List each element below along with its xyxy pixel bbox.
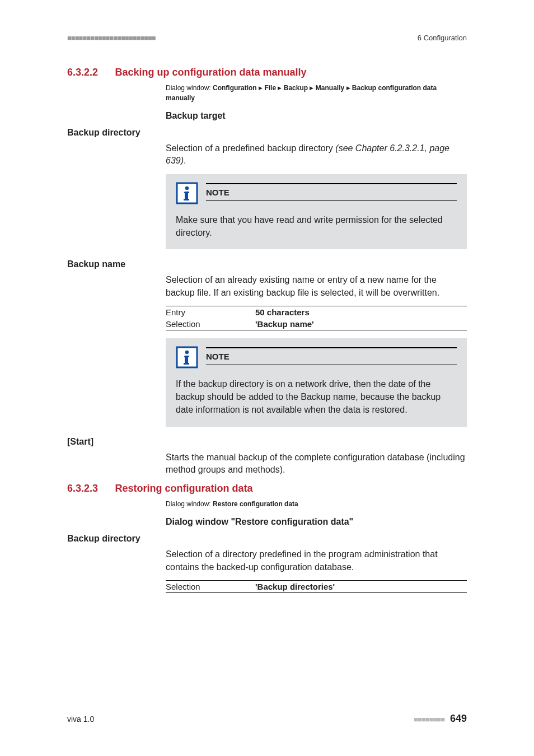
section-heading-6-3-2-2: 6.3.2.2 Backing up configuration data ma… [67,67,467,78]
note-box-2: NOTE If the backup directory is on a net… [166,338,467,427]
field-label-backup-directory-2: Backup directory [67,534,467,544]
note-title: NOTE [206,188,457,197]
table-row: Selection 'Backup directories' [166,581,467,592]
note-title: NOTE [206,352,457,361]
chevron-right-icon: ▶ [278,85,282,91]
page-header: ■■■■■■■■■■■■■■■■■■■■■■■ 6 Configuration [67,34,467,42]
section-title: Restoring configuration data [115,483,253,494]
chevron-right-icon: ▶ [310,85,313,91]
table-row: Selection 'Backup name' [166,318,467,330]
page-footer: viva 1.0 ■■■■■■■■ 649 [67,713,467,725]
table-row: Entry 50 characters [166,306,467,318]
section-heading-6-3-2-3: 6.3.2.3 Restoring configuration data [67,483,467,494]
field-label-start: [Start] [67,437,467,447]
chevron-right-icon: ▶ [259,85,263,91]
header-section-label: 6 Configuration [418,34,467,42]
chevron-right-icon: ▶ [346,85,350,91]
subheading-backup-target: Backup target [166,111,467,121]
svg-point-3 [185,351,189,354]
footer-right: ■■■■■■■■ 649 [414,713,467,725]
section-number: 6.3.2.2 [67,67,98,78]
footer-ticks: ■■■■■■■■ [414,715,444,724]
section-title: Backing up configuration data manually [115,67,307,78]
note-body-2: If the backup directory is on a network … [176,377,457,417]
start-text: Starts the manual backup of the complete… [166,451,467,477]
restore-backup-directory-table: Selection 'Backup directories' [166,580,467,593]
field-label-backup-directory: Backup directory [67,128,467,138]
backup-directory-text: Selection of a predefined backup directo… [166,142,467,167]
backup-name-text: Selection of an already existing name or… [166,274,467,299]
footer-left: viva 1.0 [67,715,94,724]
note-body-1: Make sure that you have read and write p… [176,213,457,239]
backup-name-table: Entry 50 characters Selection 'Backup na… [166,306,467,330]
info-icon [176,182,198,204]
page-number: 649 [450,713,467,724]
header-ticks: ■■■■■■■■■■■■■■■■■■■■■■■ [67,34,156,42]
restore-backup-directory-text: Selection of a directory predefined in t… [166,548,467,573]
note-box-1: NOTE Make sure that you have read and wr… [166,174,467,249]
dialog-path-1: Dialog window: Configuration ▶ File ▶ Ba… [166,83,467,103]
svg-point-1 [185,186,189,190]
info-icon [176,346,198,368]
dialog-path-2: Dialog window: Restore configuration dat… [166,499,467,509]
field-label-backup-name: Backup name [67,259,467,269]
section-number: 6.3.2.3 [67,483,98,494]
subheading-restore-dialog: Dialog window "Restore configuration dat… [166,517,467,527]
